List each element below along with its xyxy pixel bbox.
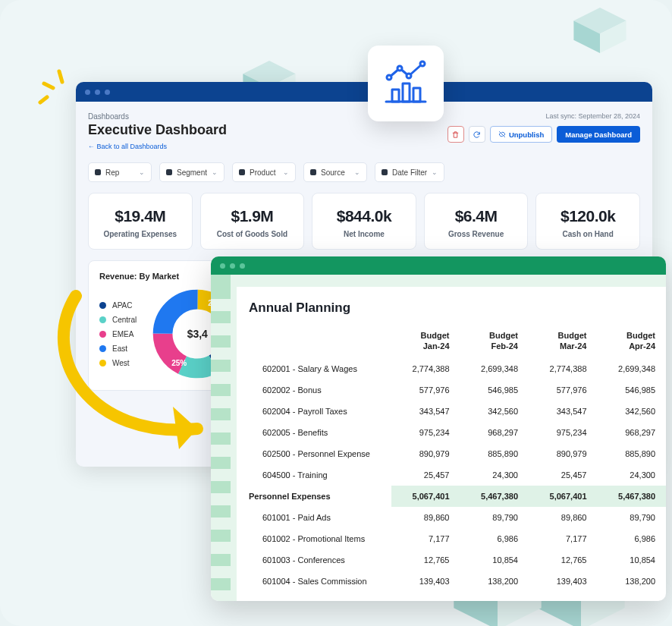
metric-value: $1.9M: [206, 207, 300, 225]
metric-value: $19.4M: [93, 207, 187, 225]
filter-icon: [382, 169, 388, 175]
filter-product[interactable]: Product⌄: [232, 162, 296, 182]
chevron-down-icon: ⌄: [283, 168, 289, 176]
metric-card[interactable]: $1.9MCost of Goods Sold: [200, 193, 305, 250]
legend-swatch: [99, 345, 106, 352]
table-row[interactable]: 601003 - Conferences12,76510,85412,76510…: [247, 549, 666, 571]
legend-label: East: [112, 344, 127, 353]
value-cell: 10,854: [460, 549, 529, 571]
value-cell: 885,890: [460, 443, 529, 464]
metric-card[interactable]: $120.0kCash on Hand: [535, 193, 640, 250]
value-cell: 577,976: [391, 379, 460, 401]
value-cell: 2,699,348: [598, 358, 667, 379]
value-cell: 139,403: [391, 571, 460, 592]
metric-card[interactable]: $19.4MOperating Expenses: [88, 193, 193, 250]
table-row[interactable]: 602001 - Salary & Wages2,774,3882,699,34…: [247, 358, 666, 379]
account-cell: 601003 - Conferences: [247, 549, 391, 571]
table-row[interactable]: 601002 - Promotional Items7,1776,9867,17…: [247, 528, 666, 549]
filter-source[interactable]: Source⌄: [303, 162, 367, 182]
page-title: Executive Dashboard: [88, 122, 227, 138]
chevron-down-icon: ⌄: [432, 168, 438, 176]
value-cell: 968,297: [460, 422, 529, 443]
table-row[interactable]: 602500 - Personnel Expense890,979885,890…: [247, 443, 666, 464]
segment-label-east: 25%: [171, 359, 187, 367]
legend-label: West: [112, 359, 130, 367]
value-cell: 2,774,388: [391, 358, 460, 379]
table-row[interactable]: 601004 - Sales Commission139,403138,2001…: [247, 571, 666, 592]
table-row[interactable]: 602005 - Benefits975,234968,297975,23496…: [247, 422, 666, 443]
legend-swatch: [99, 302, 106, 309]
table-row[interactable]: 602002 - Bonus577,976546,985577,976546,9…: [247, 379, 666, 401]
refresh-button[interactable]: [469, 126, 485, 143]
refresh-icon: [473, 131, 481, 139]
filter-icon: [166, 169, 172, 175]
filter-label: Segment: [177, 168, 207, 177]
filter-label: Rep: [105, 168, 119, 177]
value-cell: 343,547: [529, 401, 598, 422]
value-cell: 24,300: [460, 464, 529, 486]
breadcrumb[interactable]: Dashboards: [88, 112, 227, 121]
value-cell: 138,200: [598, 571, 667, 592]
filter-rep[interactable]: Rep⌄: [88, 162, 152, 182]
value-cell: 342,560: [598, 401, 667, 422]
legend-label: Central: [112, 316, 137, 324]
legend-item[interactable]: EMEA: [99, 330, 137, 338]
legend-item[interactable]: Central: [99, 316, 137, 324]
metric-card[interactable]: $6.4MGross Revenue: [424, 193, 529, 250]
value-cell: 2,699,348: [460, 358, 529, 379]
value-cell: 546,985: [598, 379, 667, 401]
value-cell: 975,234: [391, 422, 460, 443]
trash-icon: [451, 131, 460, 139]
analytics-icon-card: [368, 46, 444, 121]
value-cell: 5,467,380: [460, 486, 529, 507]
table-row[interactable]: 601001 - Paid Ads89,86089,79089,86089,79…: [247, 507, 666, 528]
metric-label: Cash on Hand: [541, 230, 635, 238]
filter-segment[interactable]: Segment⌄: [159, 162, 225, 182]
value-cell: 5,067,401: [529, 486, 598, 507]
svg-point-20: [387, 75, 391, 80]
chevron-down-icon: ⌄: [212, 168, 218, 176]
budget-table: BudgetJan-24BudgetFeb-24BudgetMar-24Budg…: [247, 325, 666, 592]
manage-dashboard-button[interactable]: Manage Dashboard: [557, 126, 640, 143]
legend-item[interactable]: East: [99, 344, 137, 353]
legend-item[interactable]: West: [99, 359, 137, 367]
delete-button[interactable]: [447, 126, 464, 143]
value-cell: 89,860: [391, 507, 460, 528]
unpublish-label: Unpublish: [509, 131, 544, 139]
filter-icon: [310, 169, 316, 175]
value-cell: 343,547: [391, 401, 460, 422]
account-cell: 601004 - Sales Commission: [247, 571, 391, 592]
metric-label: Gross Revenue: [429, 230, 523, 238]
table-row[interactable]: 604500 - Training25,45724,30025,45724,30…: [247, 464, 666, 486]
legend-label: APAC: [112, 301, 133, 310]
value-cell: 139,403: [529, 571, 598, 592]
account-cell: Personnel Expenses: [247, 486, 391, 507]
last-sync-label: Last sync: September 28, 2024: [447, 112, 640, 120]
value-cell: 12,765: [391, 549, 460, 571]
filter-icon: [239, 169, 245, 175]
value-cell: 7,177: [391, 528, 460, 549]
metric-label: Cost of Goods Sold: [206, 230, 300, 238]
value-cell: 89,860: [529, 507, 598, 528]
svg-rect-26: [403, 83, 410, 102]
chevron-down-icon: ⌄: [354, 168, 360, 176]
value-cell: 342,560: [460, 401, 529, 422]
metric-label: Net Income: [317, 230, 411, 238]
account-cell: 601002 - Promotional Items: [247, 528, 391, 549]
value-cell: 890,979: [529, 443, 598, 464]
svg-line-12: [40, 97, 47, 102]
legend-item[interactable]: APAC: [99, 301, 137, 310]
metric-value: $120.0k: [541, 207, 635, 225]
svg-line-14: [59, 71, 62, 82]
value-cell: 25,457: [391, 464, 460, 486]
filter-date-filter[interactable]: Date Filter⌄: [375, 162, 444, 182]
subtotal-row[interactable]: Personnel Expenses5,067,4015,467,3805,06…: [247, 486, 666, 507]
back-link[interactable]: ← Back to all Dashboards: [88, 143, 167, 150]
unpublish-button[interactable]: Unpublish: [490, 126, 552, 143]
table-row[interactable]: 602004 - Payroll Taxes343,547342,560343,…: [247, 401, 666, 422]
value-cell: 5,067,401: [391, 486, 460, 507]
filter-label: Source: [321, 168, 345, 177]
legend-swatch: [99, 360, 106, 366]
metric-card[interactable]: $844.0kNet Income: [312, 193, 416, 250]
account-cell: 602005 - Benefits: [247, 422, 391, 443]
